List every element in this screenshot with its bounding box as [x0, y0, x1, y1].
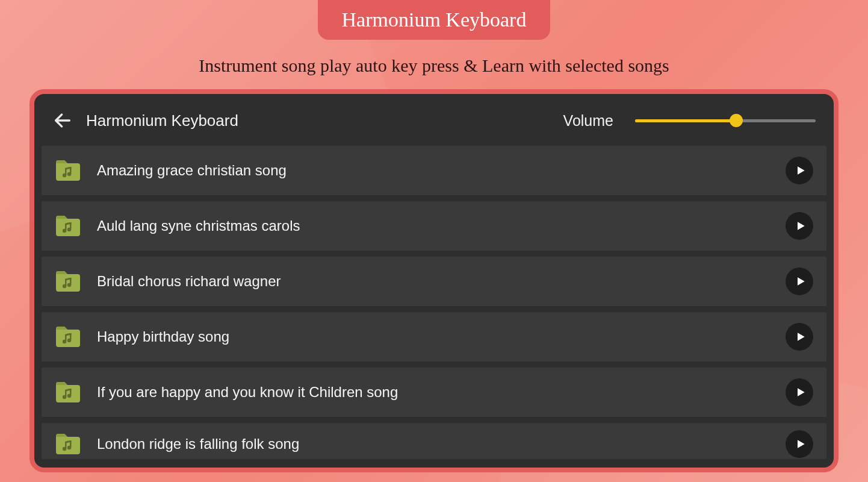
volume-label: Volume	[563, 112, 613, 130]
song-row[interactable]: London ridge is falling folk song	[42, 423, 826, 459]
volume-slider[interactable]	[635, 108, 816, 133]
song-row[interactable]: Happy birthday song	[42, 312, 826, 362]
song-row[interactable]: If you are happy and you know it Childre…	[42, 368, 826, 417]
play-button[interactable]	[786, 323, 813, 351]
svg-point-22	[63, 447, 66, 451]
svg-point-6	[63, 229, 66, 233]
svg-point-19	[67, 394, 71, 398]
song-title: Amazing grace christian song	[97, 162, 770, 179]
app-title: Harmonium Keyboard	[86, 111, 550, 130]
play-button[interactable]	[786, 268, 813, 295]
device-frame: Harmonium Keyboard Volume Amazing grace …	[29, 89, 839, 472]
play-icon	[795, 275, 807, 287]
song-title: Bridal chorus richard wagner	[97, 273, 770, 290]
play-icon	[795, 438, 807, 450]
header-badge: Harmonium Keyboard	[318, 0, 551, 40]
volume-slider-track	[635, 119, 816, 122]
svg-point-23	[67, 446, 71, 449]
play-button[interactable]	[786, 212, 813, 240]
song-title: Happy birthday song	[97, 328, 770, 345]
play-button[interactable]	[786, 157, 813, 184]
song-title: If you are happy and you know it Childre…	[97, 384, 770, 401]
music-folder-icon	[55, 325, 81, 348]
play-icon	[795, 164, 807, 177]
back-button[interactable]	[52, 110, 73, 131]
volume-slider-thumb[interactable]	[730, 114, 743, 127]
music-folder-icon	[55, 159, 81, 182]
music-folder-icon	[55, 433, 81, 455]
play-icon	[795, 386, 807, 398]
svg-point-10	[63, 284, 66, 288]
song-title: London ridge is falling folk song	[97, 436, 770, 452]
song-row[interactable]: Auld lang syne christmas carols	[42, 201, 826, 251]
svg-point-15	[67, 339, 71, 342]
song-title: Auld lang syne christmas carols	[97, 218, 770, 234]
volume-slider-fill	[635, 119, 736, 122]
svg-point-18	[63, 395, 66, 399]
song-row[interactable]: Bridal chorus richard wagner	[42, 257, 826, 306]
music-folder-icon	[55, 214, 81, 237]
app-header: Harmonium Keyboard Volume	[34, 94, 834, 146]
svg-point-7	[67, 228, 71, 231]
song-row[interactable]: Amazing grace christian song	[42, 146, 826, 195]
svg-point-2	[63, 174, 66, 177]
svg-point-11	[67, 283, 71, 287]
arrow-left-icon	[52, 110, 73, 131]
play-icon	[795, 331, 807, 343]
play-button[interactable]	[786, 430, 813, 458]
header-badge-text: Harmonium Keyboard	[342, 8, 527, 31]
header-subtitle: Instrument song play auto key press & Le…	[0, 55, 868, 76]
music-folder-icon	[55, 381, 81, 404]
music-folder-icon	[55, 270, 81, 293]
song-list: Amazing grace christian songAuld lang sy…	[34, 146, 834, 459]
play-icon	[795, 220, 807, 232]
svg-point-3	[67, 172, 71, 176]
svg-point-14	[63, 340, 66, 343]
play-button[interactable]	[786, 378, 813, 406]
